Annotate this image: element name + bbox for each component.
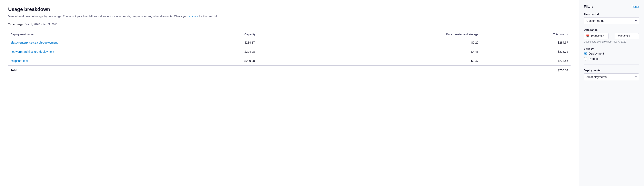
time-period-label: Time period [584,13,639,16]
usage-table: Deployment name Capacity Data transfer a… [8,31,570,75]
invoice-link[interactable]: invoice [189,15,198,18]
calendar-icon-start: 📅 [586,34,590,38]
col-capacity: Capacity [242,31,314,38]
table-row: elastic-enterprise-search-deployment $28… [8,38,570,47]
total-cost-3: $223.45 [481,56,570,66]
table-row: hot-warm-architecture-deployment $224.28… [8,47,570,56]
page-description: View a breakdown of usage by time range.… [8,14,570,18]
total-data-transfer [314,66,481,75]
col-data-transfer: Data transfer and storage [314,31,481,38]
time-period-select[interactable]: Custom range Last 30 days Last 90 days T… [584,17,639,24]
deployments-section: Deployments All deployments [584,69,639,80]
total-label: Total [8,66,242,75]
date-hint: Usage data available from Nov 4, 2020 [584,40,639,43]
page-title: Usage breakdown [8,6,570,12]
view-by-product-label: Product [589,57,598,60]
total-cost-1: $284.37 [481,38,570,47]
table-header-row: Deployment name Capacity Data transfer a… [8,31,570,38]
end-date-wrapper [614,33,639,39]
divider [584,65,639,65]
col-total-cost[interactable]: Total cost ↓ [481,31,570,38]
deployments-select-wrapper: All deployments [584,74,639,80]
capacity-1: $284.17 [242,38,314,47]
time-range-display: Time rangeDec 1, 2020 - Feb 3, 2021 [8,23,570,26]
main-content: Usage breakdown View a breakdown of usag… [0,0,579,186]
col-deployment: Deployment name [8,31,242,38]
deployment-name-2[interactable]: hot-warm-architecture-deployment [8,47,242,56]
date-range-row: 📅 → [584,33,639,39]
data-transfer-1: $0.20 [314,38,481,47]
deployment-name-3[interactable]: snapshot-test [8,56,242,66]
view-by-deployment-option[interactable]: Deployment [584,52,639,55]
table-footer-row: Total $736.53 [8,66,570,75]
total-cost-sum: $736.53 [481,66,570,75]
time-period-section: Time period Custom range Last 30 days La… [584,13,639,24]
start-date-wrapper: 📅 [584,33,608,39]
view-by-product-radio[interactable] [584,57,587,60]
capacity-2: $224.28 [242,47,314,56]
time-period-select-wrapper: Custom range Last 30 days Last 90 days T… [584,17,639,24]
view-by-product-option[interactable]: Product [584,57,639,60]
table-row: snapshot-test $220.98 $2.47 $223.45 [8,56,570,66]
end-date-input[interactable] [617,35,637,38]
deployment-name-1[interactable]: elastic-enterprise-search-deployment [8,38,242,47]
view-by-deployment-radio[interactable] [584,52,587,55]
reset-button[interactable]: Reset [632,5,639,8]
date-arrow-icon: → [610,34,613,38]
capacity-3: $220.98 [242,56,314,66]
date-range-label: Date range [584,28,639,31]
deployments-label: Deployments [584,69,639,72]
start-date-input[interactable] [591,35,606,38]
sort-icon: ↓ [567,33,568,36]
data-transfer-2: $4.43 [314,47,481,56]
view-by-radio-group: Deployment Product [584,52,639,60]
total-cost-2: $228.72 [481,47,570,56]
data-transfer-3: $2.47 [314,56,481,66]
filters-header: Filters Reset [584,5,639,8]
filters-panel: Filters Reset Time period Custom range L… [579,0,644,186]
filters-title: Filters [584,5,594,8]
view-by-section: View by Deployment Product [584,47,639,60]
date-range-section: Date range 📅 → Usage data available from… [584,28,639,43]
view-by-deployment-label: Deployment [589,52,604,55]
deployments-select[interactable]: All deployments [584,74,639,80]
total-capacity [242,66,314,75]
view-by-label: View by [584,47,639,50]
